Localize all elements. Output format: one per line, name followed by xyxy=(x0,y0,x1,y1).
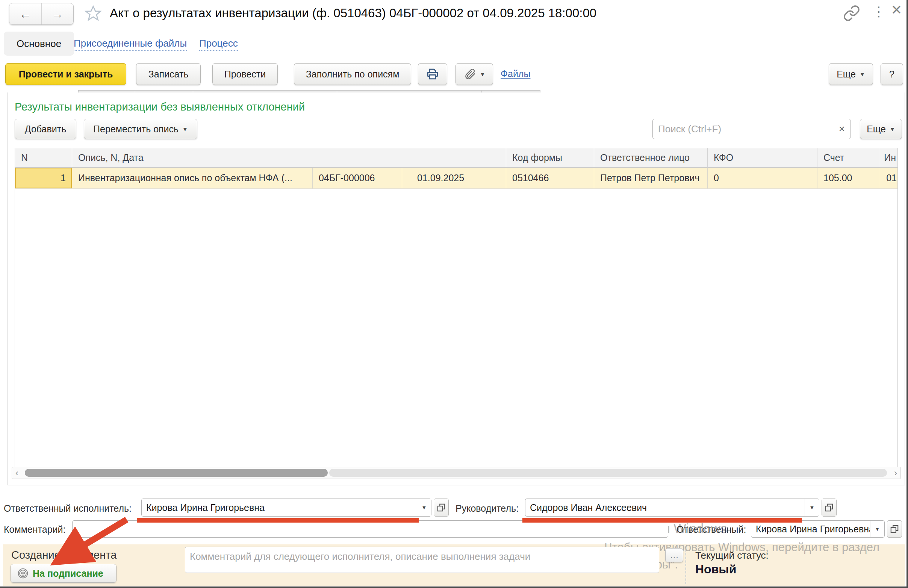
col-header-inv: Ин xyxy=(879,148,897,168)
tab-main[interactable]: Основное xyxy=(4,32,74,56)
files-link[interactable]: Файлы xyxy=(501,68,530,79)
manager-open-button[interactable] xyxy=(821,498,837,517)
more-dropdown-arrow: ▼ xyxy=(860,71,865,77)
window-bottom-edge xyxy=(0,586,908,588)
table-row[interactable]: 1 Инвентаризационная опись по объектам Н… xyxy=(15,168,897,189)
print-button[interactable] xyxy=(418,63,447,85)
cell-kfo[interactable]: 0 xyxy=(708,168,818,189)
col-header-inventory: Опись, N, Дата xyxy=(72,148,506,168)
task-comment-textarea[interactable] xyxy=(185,547,659,573)
forward-icon: → xyxy=(52,7,63,21)
open-icon xyxy=(824,503,834,512)
responsible-dropdown-arrow[interactable]: ▼ xyxy=(870,521,884,537)
window-right-edge xyxy=(906,0,908,588)
task-panel-divider xyxy=(686,546,686,584)
get-link-icon[interactable] xyxy=(843,5,861,23)
cell-account[interactable]: 105.00 xyxy=(818,168,879,189)
responsible-executor-dropdown-arrow[interactable]: ▼ xyxy=(417,499,431,516)
move-dropdown-arrow: ▼ xyxy=(182,126,188,132)
manager-label: Руководитель: xyxy=(456,503,518,514)
cell-number[interactable]: 04БГ-000006 xyxy=(313,168,402,189)
open-icon xyxy=(890,524,899,534)
annotation-underline-responsible-executor xyxy=(137,518,419,523)
cell-inventory-name[interactable]: Инвентаризационная опись по объектам НФА… xyxy=(72,168,313,189)
responsible-field[interactable]: Кирова Ирина Григорьевна ▼ xyxy=(751,520,885,538)
forward-button[interactable]: → xyxy=(42,3,74,24)
paperclip-icon xyxy=(464,68,476,81)
attach-dropdown-arrow: ▼ xyxy=(480,71,486,77)
cell-inv[interactable]: 01 xyxy=(879,168,897,189)
move-inventory-button[interactable]: Переместить опись ▼ xyxy=(84,119,197,139)
tab-process[interactable]: Процесс xyxy=(199,38,238,51)
add-button[interactable]: Добавить xyxy=(14,119,76,139)
responsible-label: Ответственный: xyxy=(676,524,746,535)
open-icon xyxy=(436,503,446,512)
scrollbar-track[interactable] xyxy=(329,469,887,477)
responsible-open-button[interactable] xyxy=(887,520,902,538)
scrollbar-thumb[interactable] xyxy=(25,469,328,477)
printer-icon xyxy=(426,67,440,81)
document-window: ← → Акт о результатах инвентаризации (ф.… xyxy=(0,0,908,588)
list-more-button[interactable]: Еще ▼ xyxy=(860,119,902,139)
col-header-account: Счет xyxy=(818,148,879,168)
current-status-label: Текущий статус: xyxy=(695,549,769,561)
favorite-star-icon[interactable] xyxy=(84,5,102,23)
cell-form-code[interactable]: 0510466 xyxy=(506,168,594,189)
help-button[interactable]: ? xyxy=(881,63,903,85)
post-and-close-button[interactable]: Провести и закрыть xyxy=(5,63,126,85)
fill-from-inventories-button[interactable]: Заполнить по описям xyxy=(294,63,411,85)
back-button[interactable]: ← xyxy=(10,3,42,24)
tab-attached-files[interactable]: Присоединенные файлы xyxy=(74,38,187,51)
horizontal-scrollbar[interactable]: ‹ › xyxy=(12,467,901,479)
col-header-responsible: Ответственное лицо xyxy=(594,148,708,168)
comment-expand-button[interactable]: … xyxy=(665,548,683,562)
nav-buttons: ← → xyxy=(9,3,74,25)
save-button[interactable]: Записать xyxy=(136,63,201,85)
current-status-value: Новый xyxy=(695,562,736,576)
page-title: Акт о результатах инвентаризации (ф. 051… xyxy=(110,6,596,20)
inventory-table: N Опись, N, Дата Код формы Ответственное… xyxy=(14,148,898,468)
table-header-row: N Опись, N, Дата Код формы Ответственное… xyxy=(15,148,897,168)
kebab-menu-icon[interactable]: ⋮ xyxy=(872,4,885,19)
close-icon[interactable]: × xyxy=(892,1,902,18)
cell-responsible[interactable]: Петров Петр Петрович xyxy=(594,168,708,189)
back-icon: ← xyxy=(19,7,31,21)
responsible-executor-field[interactable]: Кирова Ирина Григорьевна ▼ xyxy=(141,498,431,517)
responsible-executor-open-button[interactable] xyxy=(434,498,449,517)
search-input[interactable] xyxy=(653,119,833,139)
cell-n[interactable]: 1 xyxy=(15,168,72,189)
scroll-left-icon[interactable]: ‹ xyxy=(12,467,22,478)
stamp-icon xyxy=(17,567,29,579)
cell-date[interactable]: 01.09.2025 xyxy=(402,168,506,189)
col-header-form-code: Код формы xyxy=(506,148,594,168)
main-panel: Результаты инвентаризации без выявленных… xyxy=(8,92,905,485)
col-header-n: N xyxy=(15,148,72,168)
search-clear-icon[interactable]: × xyxy=(833,119,850,139)
comment-field[interactable] xyxy=(72,520,668,538)
annotation-underline-manager xyxy=(522,518,802,523)
col-header-kfo: КФО xyxy=(708,148,818,168)
responsible-executor-label: Ответственный исполнитель: xyxy=(4,503,132,514)
attach-button[interactable]: ▼ xyxy=(456,63,493,85)
manager-dropdown-arrow[interactable]: ▼ xyxy=(805,499,819,516)
toolbar-more-button[interactable]: Еще ▼ xyxy=(829,63,873,85)
search-box: × xyxy=(652,119,851,139)
post-button[interactable]: Провести xyxy=(213,63,278,85)
scroll-right-icon[interactable]: › xyxy=(891,467,900,478)
list-more-arrow: ▼ xyxy=(890,126,895,132)
annotation-arrow xyxy=(32,516,141,580)
manager-field[interactable]: Сидоров Иван Алексеевич ▼ xyxy=(525,498,819,517)
section-title: Результаты инвентаризации без выявленных… xyxy=(14,101,305,113)
